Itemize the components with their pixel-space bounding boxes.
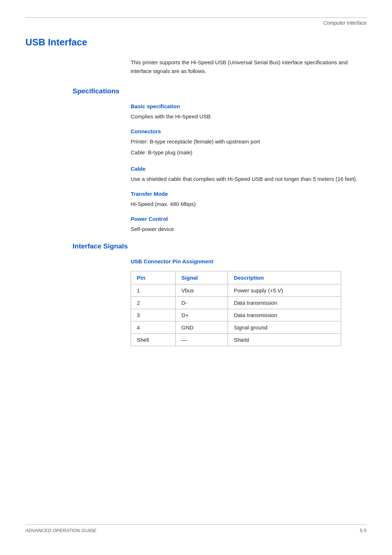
intro-text: This printer supports the Hi-Speed USB (… xyxy=(131,58,367,76)
pin-assignment-table: Pin Signal Description 1VbusPower supply… xyxy=(131,271,341,346)
col-signal: Signal xyxy=(175,271,228,284)
transfer-mode-text: Hi-Speed (max. 480 Mbps) xyxy=(131,200,367,208)
table-cell: Shell xyxy=(131,334,176,346)
table-cell: 1 xyxy=(131,284,176,297)
col-description: Description xyxy=(228,271,341,284)
specifications-heading: Specifications xyxy=(73,87,367,95)
table-cell: D- xyxy=(175,297,228,309)
cable-text: Use a shielded cable that complies with … xyxy=(131,175,367,183)
power-control-text: Self-power device xyxy=(131,225,367,234)
table-header-row: Pin Signal Description xyxy=(131,271,341,284)
footer-left: ADVANCED OPERATION GUIDE xyxy=(25,528,97,533)
table-cell: 3 xyxy=(131,309,176,321)
table-cell: Data transmission xyxy=(228,297,341,309)
table-cell: 2 xyxy=(131,297,176,309)
basic-specification-text: Complies with the Hi-Speed USB xyxy=(131,112,367,121)
table-row: 3D+Data transmission xyxy=(131,309,341,321)
connectors-line2: Cable: B-type plug (male) xyxy=(131,148,367,157)
col-pin: Pin xyxy=(131,271,176,284)
table-cell: Data transmission xyxy=(228,309,341,321)
chapter-title: Computer Interface xyxy=(25,20,367,26)
interface-signals-heading: Interface Signals xyxy=(73,242,367,250)
table-cell: — xyxy=(175,334,228,346)
pin-assignment-table-container: Pin Signal Description 1VbusPower supply… xyxy=(131,271,367,346)
header-line xyxy=(25,17,367,18)
power-control-heading: Power Control xyxy=(131,216,367,222)
table-cell: Vbus xyxy=(175,284,228,297)
page: Computer Interface USB Interface This pr… xyxy=(0,0,392,555)
table-cell: D+ xyxy=(175,309,228,321)
connectors-line1: Printer: B-type receptacle (female) with… xyxy=(131,137,367,146)
table-row: Shell—Shield xyxy=(131,334,341,346)
page-title: USB Interface xyxy=(25,37,367,48)
cable-heading: Cable xyxy=(131,166,367,172)
table-row: 4GNDSignal ground xyxy=(131,321,341,334)
table-cell: Shield xyxy=(228,334,341,346)
table-cell: Power supply (+5 V) xyxy=(228,284,341,297)
table-row: 2D-Data transmission xyxy=(131,297,341,309)
table-cell: 4 xyxy=(131,321,176,334)
usb-connector-heading: USB Connector Pin Assignment xyxy=(131,258,367,264)
footer: ADVANCED OPERATION GUIDE 5-5 xyxy=(25,524,367,533)
connectors-heading: Connectors xyxy=(131,128,367,134)
table-cell: Signal ground xyxy=(228,321,341,334)
basic-specification-heading: Basic specification xyxy=(131,103,367,109)
table-cell: GND xyxy=(175,321,228,334)
footer-right: 5-5 xyxy=(360,528,367,533)
table-row: 1VbusPower supply (+5 V) xyxy=(131,284,341,297)
transfer-mode-heading: Transfer Mode xyxy=(131,191,367,197)
